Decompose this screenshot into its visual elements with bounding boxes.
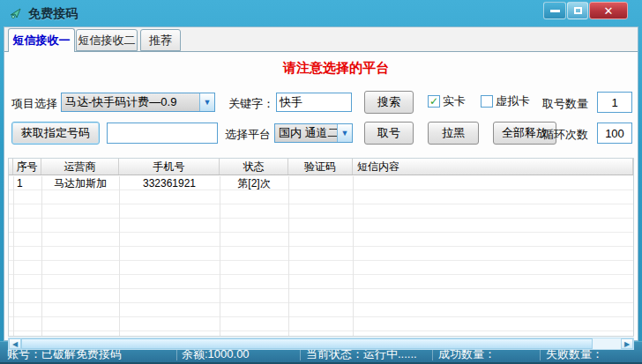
cell-code xyxy=(288,176,353,190)
tab-recommend[interactable]: 推荐 xyxy=(140,29,181,51)
loop-count-value: 100 xyxy=(605,127,624,140)
col-sms[interactable]: 短信内容 xyxy=(353,159,633,175)
real-card-label: 实卡 xyxy=(443,93,466,109)
keyword-label: 关键字： xyxy=(228,96,274,112)
checkbox-unchecked-icon xyxy=(481,95,493,108)
chevron-down-icon[interactable]: ▼ xyxy=(199,93,214,111)
scroll-left-icon[interactable]: ◀ xyxy=(9,338,21,349)
col-phone[interactable]: 手机号 xyxy=(119,159,220,175)
cell-operator: 马达加斯加 xyxy=(41,176,119,190)
col-code[interactable]: 验证码 xyxy=(288,159,353,175)
checkbox-checked-icon: ✓ xyxy=(428,95,440,108)
tab-label: 短信接收一 xyxy=(13,33,71,48)
close-icon: ✕ xyxy=(604,4,614,18)
cell-status: 第[2]次 xyxy=(220,176,288,190)
virtual-card-label: 虚拟卡 xyxy=(496,93,530,109)
search-button[interactable]: 搜索 xyxy=(364,91,414,114)
take-count-label: 取号数量 xyxy=(542,96,588,112)
title-bar: 免费接码 ✕ xyxy=(0,0,642,26)
cell-index: 1 xyxy=(13,176,41,190)
tab-sms-receive-2[interactable]: 短信接收二 xyxy=(76,29,138,51)
client-area: 短信接收一 短信接收二 推荐 请注意选择的平台 项目选择 马达-快手码计费—0.… xyxy=(4,26,638,341)
minimize-button[interactable] xyxy=(543,2,566,19)
maximize-icon xyxy=(574,7,582,14)
scroll-right-icon[interactable]: ▶ xyxy=(621,338,633,349)
col-index[interactable]: 序号 xyxy=(13,159,41,175)
specified-number-input[interactable] xyxy=(107,123,218,144)
take-count-value: 1 xyxy=(611,96,617,109)
horizontal-scrollbar[interactable]: ◀ ▶ xyxy=(8,338,634,350)
real-card-checkbox[interactable]: ✓ 实卡 xyxy=(428,93,466,109)
platform-notice-text: 请注意选择的平台 xyxy=(283,60,459,77)
chevron-down-icon[interactable]: ▼ xyxy=(337,124,352,142)
keyword-input[interactable]: 快手 xyxy=(276,93,352,112)
search-button-label: 搜索 xyxy=(377,94,400,110)
blacklist-label: 拉黑 xyxy=(442,125,465,141)
get-specified-number-button[interactable]: 获取指定号码 xyxy=(11,122,100,145)
col-operator[interactable]: 运营商 xyxy=(41,159,119,175)
platform-select-label: 选择平台 xyxy=(225,127,271,143)
platform-select-value: 国内 通道二 xyxy=(275,124,337,142)
take-number-button[interactable]: 取号 xyxy=(364,122,414,145)
platform-select-dropdown[interactable]: 国内 通道二 ▼ xyxy=(274,123,353,143)
tab-page: 请注意选择的平台 项目选择 马达-快手码计费—0.9 ▼ 关键字： 快手 搜索 … xyxy=(4,51,638,340)
project-select-label: 项目选择 xyxy=(11,96,57,112)
table-header: 序号 运营商 手机号 状态 验证码 短信内容 xyxy=(9,159,633,175)
loop-count-input[interactable]: 100 xyxy=(597,123,632,144)
virtual-card-checkbox[interactable]: 虚拟卡 xyxy=(481,93,530,109)
tab-sms-receive-1[interactable]: 短信接收一 xyxy=(8,28,75,52)
project-select-dropdown[interactable]: 马达-快手码计费—0.9 ▼ xyxy=(61,93,215,112)
tab-label: 短信接收二 xyxy=(78,33,136,48)
keyword-input-value: 快手 xyxy=(280,94,302,110)
blacklist-button[interactable]: 拉黑 xyxy=(428,122,479,145)
cell-sms xyxy=(353,176,633,190)
get-specified-number-label: 获取指定号码 xyxy=(21,125,90,141)
cell-phone: 332361921 xyxy=(119,176,220,190)
col-status[interactable]: 状态 xyxy=(220,159,288,175)
take-number-label: 取号 xyxy=(377,125,400,141)
tab-label: 推荐 xyxy=(149,33,172,48)
app-icon xyxy=(9,6,23,20)
grid-lines xyxy=(9,176,633,336)
maximize-button[interactable] xyxy=(567,2,588,19)
close-button[interactable]: ✕ xyxy=(589,2,628,19)
scrollbar-thumb[interactable] xyxy=(21,338,593,349)
minimize-icon xyxy=(550,10,560,12)
table-row[interactable]: 1 马达加斯加 332361921 第[2]次 xyxy=(9,176,633,190)
sms-table: 序号 运营商 手机号 状态 验证码 短信内容 1 马达加斯加 332361921… xyxy=(8,158,634,337)
take-count-input[interactable]: 1 xyxy=(597,92,632,113)
loop-count-label: 循环次数 xyxy=(542,127,588,143)
project-select-value: 马达-快手码计费—0.9 xyxy=(62,93,199,111)
release-all-label: 全部释放 xyxy=(502,125,548,141)
window-title: 免费接码 xyxy=(28,6,78,22)
